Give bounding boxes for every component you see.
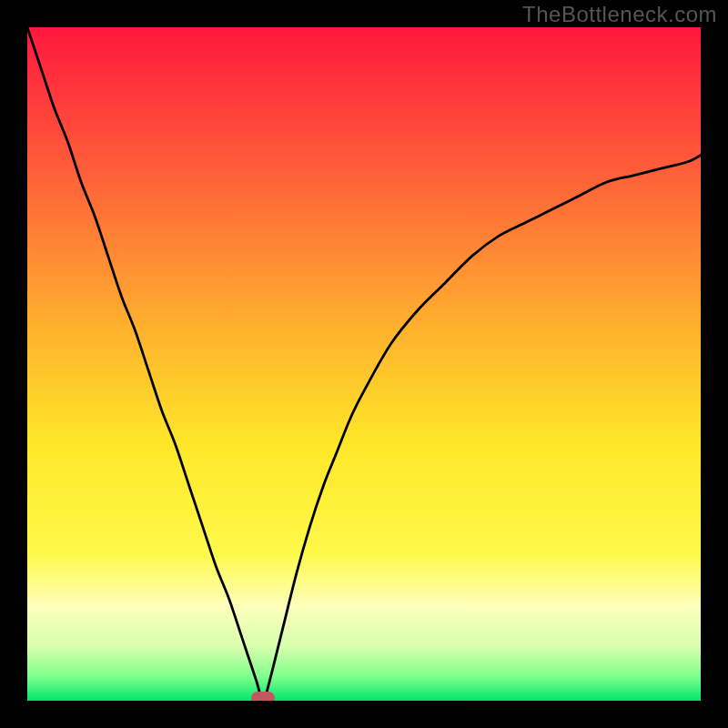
chart-frame: TheBottleneck.com (0, 0, 728, 728)
plot-area (27, 27, 701, 701)
watermark-text: TheBottleneck.com (522, 2, 717, 27)
curve-layer (27, 27, 701, 701)
bottleneck-curve (27, 27, 701, 701)
min-marker (251, 692, 275, 701)
